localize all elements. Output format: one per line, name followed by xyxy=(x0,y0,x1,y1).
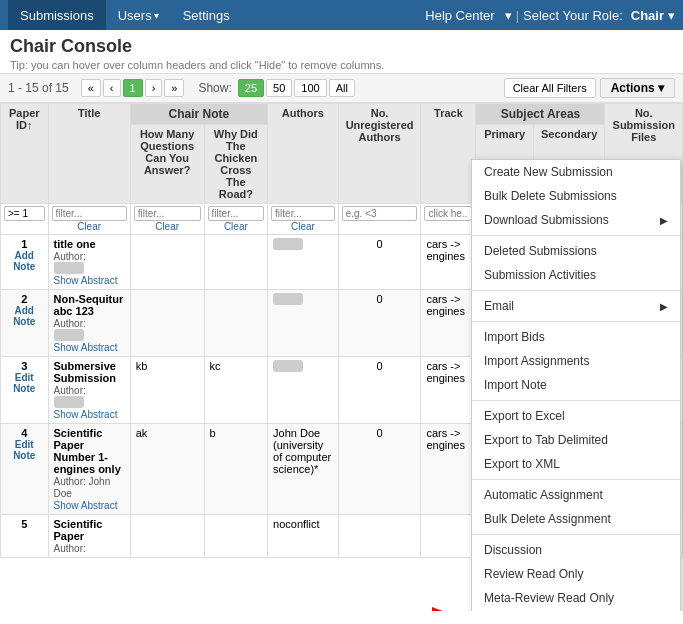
show-25-btn[interactable]: 25 xyxy=(238,79,264,97)
page-header: Chair Console Tip: you can hover over co… xyxy=(0,30,683,74)
menu-divider3 xyxy=(472,321,680,322)
filter-q1-clear[interactable]: Clear xyxy=(134,221,201,232)
menu-auto-assignment[interactable]: Automatic Assignment xyxy=(472,483,680,507)
row4-q2: b xyxy=(204,424,268,515)
download-submissions-arrow: ▶ xyxy=(660,215,668,226)
filter-title-clear[interactable]: Clear xyxy=(52,221,127,232)
menu-deleted-submissions[interactable]: Deleted Submissions xyxy=(472,239,680,263)
filter-q1: Clear xyxy=(130,204,204,235)
right-nav: Help Center ▾ | Select Your Role: Chair … xyxy=(419,8,675,23)
nav-settings[interactable]: Settings xyxy=(171,0,242,30)
row5-q1 xyxy=(130,515,204,558)
toolbar: 1 - 15 of 15 « ‹ 1 › » Show: 25 50 100 A… xyxy=(0,74,683,103)
row4-title: Scientific Paper Number 1- engines only … xyxy=(48,424,130,515)
row3-authors xyxy=(268,357,339,424)
col-header-track: Track xyxy=(421,104,476,204)
col-header-paperid: Paper ID↑ xyxy=(1,104,49,204)
last-page-btn[interactable]: » xyxy=(164,79,184,97)
filter-unregistered xyxy=(338,204,421,235)
menu-divider5 xyxy=(472,479,680,480)
menu-import-bids[interactable]: Import Bids xyxy=(472,325,680,349)
show-options: 25 50 100 All xyxy=(238,79,355,97)
menu-export-xml[interactable]: Export to XML xyxy=(472,452,680,476)
filter-authors-input[interactable] xyxy=(271,206,335,221)
menu-export-excel[interactable]: Export to Excel xyxy=(472,404,680,428)
row3-show-abstract[interactable]: Show Abstract xyxy=(54,409,118,420)
filter-track-input[interactable] xyxy=(424,206,472,221)
row3-edit-note[interactable]: Edit Note xyxy=(6,372,43,394)
row4-authors: John Doe (university of computer science… xyxy=(268,424,339,515)
filter-authors: Clear xyxy=(268,204,339,235)
row1-authors: A... ( xyxy=(268,235,339,290)
row2-id: 2 Add Note xyxy=(1,290,49,357)
row5-q2 xyxy=(204,515,268,558)
row4-unregistered: 0 xyxy=(338,424,421,515)
menu-divider2 xyxy=(472,290,680,291)
nav-users[interactable]: Users ▾ xyxy=(106,0,171,30)
row5-authors: noconflict xyxy=(268,515,339,558)
next-page-btn[interactable]: › xyxy=(145,79,163,97)
menu-author-feedback[interactable]: Author Feedback ▶ xyxy=(472,610,680,611)
row3-q1: kb xyxy=(130,357,204,424)
row4-show-abstract[interactable]: Show Abstract xyxy=(54,500,118,511)
filter-q2-input[interactable] xyxy=(208,206,265,221)
menu-import-assignments[interactable]: Import Assignments xyxy=(472,349,680,373)
page-tip: Tip: you can hover over column headers a… xyxy=(10,59,673,71)
main-content: Paper ID↑ Title Chair Note Authors No. U… xyxy=(0,103,683,611)
row2-q1 xyxy=(130,290,204,357)
row4-edit-note[interactable]: Edit Note xyxy=(6,439,43,461)
nav-submissions[interactable]: Submissions xyxy=(8,0,106,30)
menu-email[interactable]: Email ▶ xyxy=(472,294,680,318)
filter-q1-input[interactable] xyxy=(134,206,201,221)
menu-divider xyxy=(472,235,680,236)
menu-meta-review-read-only[interactable]: Meta-Review Read Only xyxy=(472,586,680,610)
current-page-btn[interactable]: 1 xyxy=(123,79,143,97)
email-arrow: ▶ xyxy=(660,301,668,312)
row4-track: cars -> engines xyxy=(421,424,476,515)
filter-title-input[interactable] xyxy=(52,206,127,221)
row1-q2 xyxy=(204,235,268,290)
menu-create-submission[interactable]: Create New Submission xyxy=(472,160,680,184)
menu-download-submissions[interactable]: Download Submissions ▶ xyxy=(472,208,680,232)
row1-id: 1 Add Note xyxy=(1,235,49,290)
row1-add-note[interactable]: Add Note xyxy=(6,250,43,272)
actions-btn[interactable]: Actions ▾ xyxy=(600,78,675,98)
col-header-q1: How Many Questions Can You Answer? xyxy=(130,125,204,204)
filter-unregistered-input[interactable] xyxy=(342,206,418,221)
col-header-title: Title xyxy=(48,104,130,204)
filter-authors-clear[interactable]: Clear xyxy=(271,221,335,232)
top-navigation: Submissions Users ▾ Settings Help Center… xyxy=(0,0,683,30)
show-100-btn[interactable]: 100 xyxy=(294,79,326,97)
menu-bulk-delete-submissions[interactable]: Bulk Delete Submissions xyxy=(472,184,680,208)
menu-submission-activities[interactable]: Submission Activities xyxy=(472,263,680,287)
actions-dropdown-menu[interactable]: Create New Submission Bulk Delete Submis… xyxy=(471,159,681,611)
row4-q1: ak xyxy=(130,424,204,515)
row2-add-note[interactable]: Add Note xyxy=(6,305,43,327)
show-50-btn[interactable]: 50 xyxy=(266,79,292,97)
menu-discussion[interactable]: Discussion xyxy=(472,538,680,562)
row1-track: cars -> engines xyxy=(421,235,476,290)
clear-filters-btn[interactable]: Clear All Filters xyxy=(504,78,596,98)
menu-export-tab[interactable]: Export to Tab Delimited xyxy=(472,428,680,452)
row2-show-abstract[interactable]: Show Abstract xyxy=(54,342,118,353)
show-label: Show: xyxy=(198,81,231,95)
pagination-info: 1 - 15 of 15 xyxy=(8,81,69,95)
menu-import-note[interactable]: Import Note xyxy=(472,373,680,397)
filter-q2-clear[interactable]: Clear xyxy=(208,221,265,232)
role-value: Chair xyxy=(631,8,664,23)
show-all-btn[interactable]: All xyxy=(329,79,355,97)
col-header-authors: Authors xyxy=(268,104,339,204)
first-page-btn[interactable]: « xyxy=(81,79,101,97)
menu-bulk-delete-assignment[interactable]: Bulk Delete Assignment xyxy=(472,507,680,531)
menu-review-read-only[interactable]: Review Read Only xyxy=(472,562,680,586)
menu-divider6 xyxy=(472,534,680,535)
prev-page-btn[interactable]: ‹ xyxy=(103,79,121,97)
menu-divider4 xyxy=(472,400,680,401)
row1-show-abstract[interactable]: Show Abstract xyxy=(54,275,118,286)
toolbar-right: Clear All Filters Actions ▾ xyxy=(504,78,675,98)
row5-track xyxy=(421,515,476,558)
row4-id: 4 Edit Note xyxy=(1,424,49,515)
filter-id-input[interactable] xyxy=(4,206,45,221)
row2-title: Non-Sequitur abc 123 Author: Show Abstra… xyxy=(48,290,130,357)
help-center-link[interactable]: Help Center xyxy=(419,8,500,23)
